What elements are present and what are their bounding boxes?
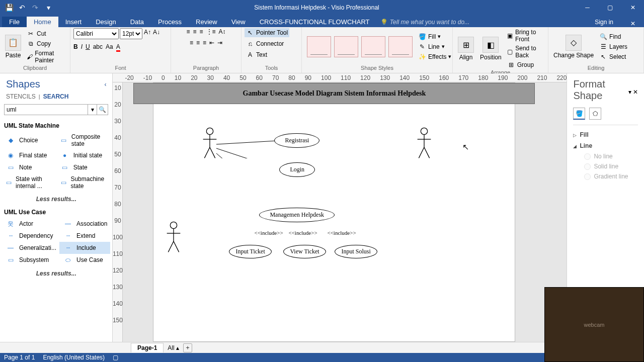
pointer-tool-button[interactable]: ↖Pointer Tool — [245, 28, 289, 37]
indent-dec-icon[interactable]: ⇤ — [209, 39, 214, 46]
tab-insert[interactable]: Insert — [58, 17, 89, 27]
maximize-button[interactable]: ▢ — [599, 0, 621, 15]
fill-line-tab-icon[interactable]: 🪣 — [573, 108, 585, 120]
align-mid-icon[interactable]: ≡ — [193, 28, 196, 35]
shape-style-2[interactable] — [334, 36, 358, 57]
find-button[interactable]: 🔍Find — [598, 32, 629, 41]
format-dropdown-icon[interactable]: ▾ — [628, 88, 631, 96]
shape-item[interactable]: ▭Note — [2, 161, 56, 173]
shape-item[interactable]: ●Initial state — [56, 149, 111, 161]
italic-icon[interactable]: I — [81, 43, 83, 52]
align-bot-icon[interactable]: ≡ — [199, 28, 203, 35]
shape-item[interactable]: ▭Subsystem — [2, 254, 59, 266]
paste-button[interactable]: 📋Paste — [3, 34, 23, 60]
less-results-2[interactable]: Less results... — [0, 267, 112, 280]
tab-file[interactable]: File — [2, 17, 27, 27]
shapes-collapse-icon[interactable]: ‹ — [104, 81, 106, 88]
line-section[interactable]: Line — [573, 140, 638, 151]
select-button[interactable]: ↖Select — [598, 52, 629, 61]
tellme-input[interactable]: Tell me what you want to do... — [376, 17, 587, 27]
case-icon[interactable]: Aa — [106, 43, 113, 52]
solid-line-radio[interactable]: Solid line — [573, 161, 638, 171]
gradient-line-radio[interactable]: Gradient line — [573, 171, 638, 182]
align-button[interactable]: ⊞Align — [456, 36, 476, 62]
shape-item[interactable]: ┄Dependency — [2, 230, 59, 242]
search-mode[interactable]: SEARCH — [43, 93, 69, 100]
page-tab-1[interactable]: Page-1 — [131, 343, 164, 352]
shape-item[interactable]: ▭Composite state — [56, 131, 111, 149]
tab-view[interactable]: View — [224, 17, 253, 27]
format-painter-button[interactable]: 🖌Format Painter — [25, 49, 67, 64]
grow-font-icon[interactable]: A↑ — [143, 28, 151, 36]
tab-design[interactable]: Design — [89, 17, 123, 27]
align-left-icon[interactable]: ≡ — [190, 39, 193, 46]
usecase-input-ticket[interactable]: Input Ticket — [229, 245, 271, 258]
shape-item[interactable]: —Association — [59, 218, 110, 230]
position-button[interactable]: ◧Position — [478, 36, 504, 62]
font-color-icon[interactable]: A — [116, 43, 120, 52]
shape-item[interactable]: ▭State — [56, 161, 111, 173]
change-shape-button[interactable]: ◇Change Shape — [551, 34, 596, 60]
shape-item[interactable]: ◉Final state — [2, 149, 56, 161]
shape-item[interactable]: ▭Submachine state — [56, 173, 111, 192]
connector-tool-button[interactable]: ⎌Connector — [245, 39, 285, 48]
no-line-radio[interactable]: No line — [573, 151, 638, 161]
tab-home[interactable]: Home — [27, 17, 58, 27]
group-button[interactable]: ⊞Group — [506, 60, 545, 69]
underline-icon[interactable]: U — [86, 43, 90, 52]
shape-item[interactable]: —Generalizati... — [2, 242, 59, 254]
usecase-view-ticket[interactable]: View Ticket — [283, 245, 326, 258]
usecase-login[interactable]: Login — [279, 162, 315, 177]
close-button[interactable]: ✕ — [621, 0, 644, 15]
shape-style-3[interactable] — [361, 36, 385, 57]
actor-right-top[interactable] — [416, 127, 432, 161]
send-back-button[interactable]: ▢Send to Back — [506, 44, 545, 59]
actor-left-bottom[interactable] — [166, 221, 182, 255]
undo-icon[interactable]: ↶ — [16, 2, 28, 14]
shape-item[interactable]: ◆Choice — [2, 131, 56, 149]
bullets-icon[interactable]: ⋮≡ — [206, 28, 216, 35]
effects-tab-icon[interactable]: ⬠ — [589, 108, 601, 120]
shrink-font-icon[interactable]: A↓ — [152, 28, 160, 36]
shape-item[interactable]: 웃Actor — [2, 218, 59, 230]
actor-left-top[interactable] — [202, 127, 218, 161]
tab-data[interactable]: Data — [123, 17, 151, 27]
bring-front-button[interactable]: ▣Bring to Front — [506, 28, 545, 43]
tab-review[interactable]: Review — [189, 17, 224, 27]
less-results-1[interactable]: Less results... — [0, 193, 112, 206]
align-top-icon[interactable]: ≡ — [186, 28, 190, 35]
save-icon[interactable]: 💾 — [3, 2, 15, 14]
macro-record-icon[interactable]: ▢ — [113, 354, 118, 361]
align-right-icon[interactable]: ≡ — [203, 39, 206, 46]
copy-button[interactable]: ⧉Copy — [25, 39, 67, 48]
qat-customize-icon[interactable]: ▾ — [42, 2, 54, 14]
shape-item[interactable]: ⬭Use Case — [59, 254, 110, 266]
shape-item[interactable]: ┄Include — [59, 242, 110, 254]
all-pages-button[interactable]: All ▴ — [168, 344, 179, 351]
shape-item[interactable]: ▭State with internal ... — [2, 173, 56, 192]
shape-style-1[interactable] — [307, 36, 331, 57]
font-size-select[interactable]: 12pt — [120, 28, 142, 39]
effects-button[interactable]: ✨Effects▾ — [417, 52, 453, 61]
usecase-mgmt[interactable]: Managemen Helpdesk — [259, 208, 335, 222]
signin-link[interactable]: Sign in — [587, 17, 621, 27]
drawing-page[interactable]: Gambar Usecase Model Diagram Sistem Info… — [153, 82, 515, 342]
tab-process[interactable]: Process — [151, 17, 189, 27]
shapes-search-go-icon[interactable]: 🔍 — [97, 104, 108, 115]
cut-button[interactable]: ✂Cut — [25, 29, 67, 38]
text-tool-button[interactable]: AText — [245, 50, 269, 59]
status-language[interactable]: English (United States) — [43, 354, 105, 361]
font-name-select[interactable]: Calibri — [73, 28, 119, 39]
shape-style-4[interactable] — [388, 36, 413, 57]
shapes-search-input[interactable] — [4, 104, 88, 115]
diagram-title[interactable]: Gambar Usecase Model Diagram Sistem Info… — [133, 83, 535, 104]
add-page-button[interactable]: ＋ — [183, 343, 192, 352]
minimize-button[interactable]: ─ — [576, 0, 599, 15]
bold-icon[interactable]: B — [73, 43, 78, 52]
shape-item[interactable]: ┄Extend — [59, 230, 110, 242]
usecase-registrasi[interactable]: Registrasi — [274, 133, 319, 148]
redo-icon[interactable]: ↷ — [29, 2, 41, 14]
stencils-mode[interactable]: STENCILS — [6, 93, 36, 100]
align-center-icon[interactable]: ≡ — [196, 39, 200, 46]
line-button[interactable]: ✎Line▾ — [417, 42, 453, 51]
